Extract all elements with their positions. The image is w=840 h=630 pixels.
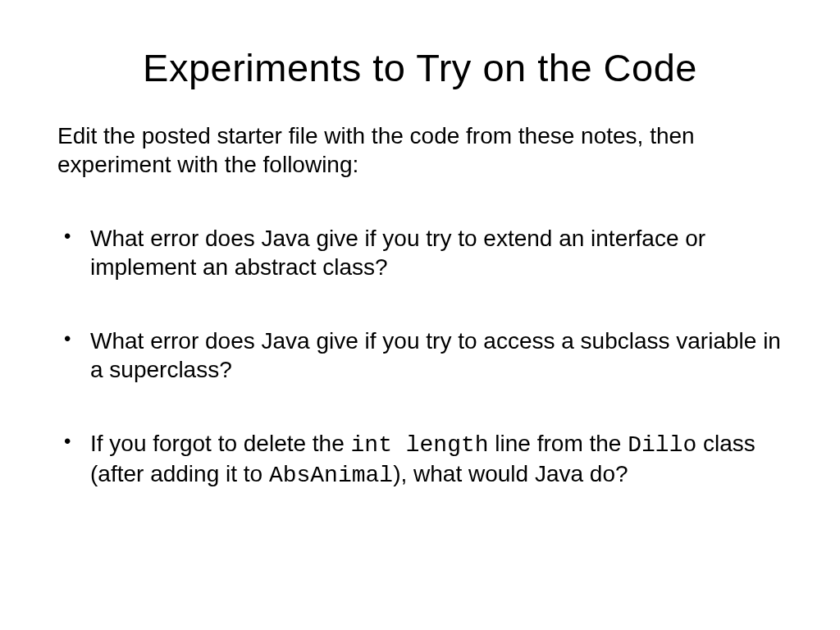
code-snippet: AbsAnimal bbox=[269, 463, 393, 488]
bullet-list: What error does Java give if you try to … bbox=[33, 224, 807, 490]
bullet-text: ), what would Java do? bbox=[393, 461, 628, 486]
bullet-item: What error does Java give if you try to … bbox=[57, 224, 783, 281]
code-snippet: Dillo bbox=[628, 432, 696, 458]
bullet-text: What error does Java give if you try to … bbox=[90, 328, 781, 382]
bullet-text: If you forgot to delete the bbox=[90, 431, 351, 456]
bullet-text: line from the bbox=[489, 431, 628, 456]
bullet-item: What error does Java give if you try to … bbox=[57, 326, 783, 384]
bullet-item: If you forgot to delete the int length l… bbox=[57, 429, 783, 490]
code-snippet: int length bbox=[351, 432, 489, 458]
intro-text: Edit the posted starter file with the co… bbox=[33, 121, 807, 179]
bullet-text: What error does Java give if you try to … bbox=[90, 226, 705, 280]
slide-title: Experiments to Try on the Code bbox=[33, 45, 807, 90]
